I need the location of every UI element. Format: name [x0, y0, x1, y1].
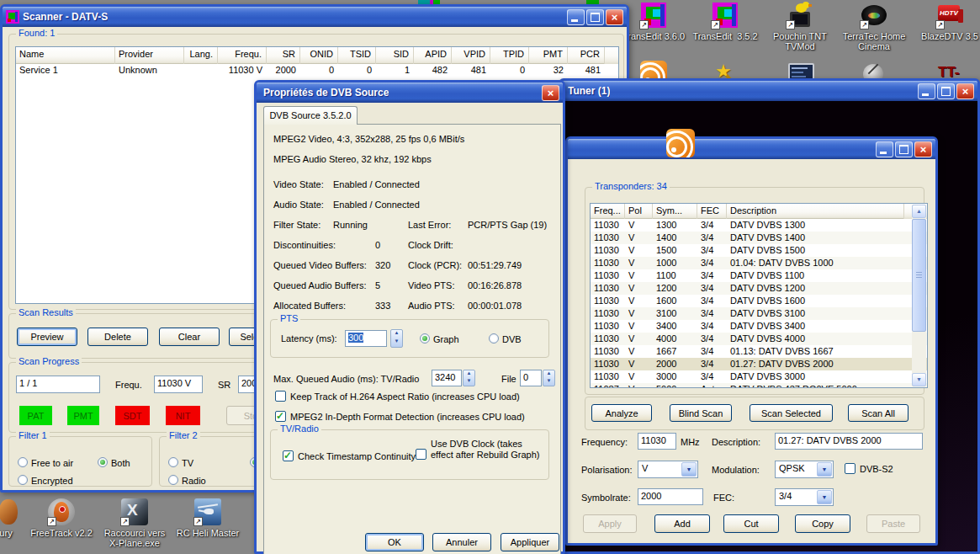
desktop-icon-blazedtv[interactable]: HDTV ↗ BlazeDTV 3.5 [914, 2, 980, 41]
scanner-column-header[interactable]: SR [267, 47, 300, 64]
close-button[interactable]: × [542, 85, 559, 101]
chevron-down-icon[interactable]: ▼ [817, 490, 832, 504]
tv-radio[interactable] [168, 457, 178, 467]
file-field[interactable]: 0 [520, 370, 542, 386]
desktop-icon-transedit-352[interactable]: ↗ TransEdit 3.5.2 [690, 2, 760, 41]
scanner-column-header[interactable]: TPID [490, 47, 529, 64]
chevron-down-icon[interactable]: ▼ [681, 462, 697, 477]
dialog-titlebar[interactable]: Propriétés de DVB Source × [257, 83, 563, 103]
encrypted-radio[interactable] [18, 475, 28, 485]
minimize-button[interactable] [918, 83, 935, 99]
scanner-column-header[interactable]: PMT [529, 47, 568, 64]
radio-radio[interactable] [168, 475, 178, 485]
scroll-up-button[interactable]: ▲ [912, 205, 926, 218]
desktop-icon-pouchin-tnt[interactable]: ↗ Pouchin TNT TVMod [765, 2, 835, 51]
close-button[interactable]: × [914, 141, 932, 157]
blind-scan-button[interactable]: Blind Scan [670, 404, 732, 422]
desktop-icon-xplane[interactable]: X ↗ Raccourci vers X-Plane.exe [99, 498, 170, 548]
file-spinner[interactable]: ▲▼ [543, 370, 555, 386]
scrollbar-thumb[interactable] [912, 219, 926, 332]
minimize-button[interactable] [876, 141, 893, 157]
transponder-row[interactable]: 11030V16673/401.13: DATV DVBS 1667 [591, 345, 927, 358]
add-button[interactable]: Add [654, 514, 710, 533]
frequ-field[interactable]: 11030 V [154, 376, 203, 393]
max-queued-audio-field[interactable]: 3240 [432, 370, 462, 386]
desktop-icon-terratec[interactable]: ↗ TerraTec Home Cinema [839, 2, 909, 51]
apply-button[interactable]: Appliquer [501, 533, 559, 551]
use-dvb-clock-checkbox[interactable] [416, 449, 426, 460]
scroll-down-button[interactable]: ▼ [912, 373, 926, 386]
maximize-button[interactable] [586, 9, 604, 25]
ok-button[interactable]: OK [365, 533, 424, 551]
both-radio[interactable] [98, 457, 108, 467]
scanner-column-header[interactable]: PCR [568, 47, 605, 64]
transponder-row[interactable]: 11030V40003/4DATV DVBS 4000 [591, 333, 927, 345]
transponder-column-header[interactable]: Freq... [591, 204, 625, 219]
h264-aspect-checkbox[interactable] [275, 391, 286, 402]
scanner-column-header[interactable]: ONID [300, 47, 338, 64]
scanner-column-header[interactable]: Frequ. [218, 47, 267, 64]
transponder-row[interactable]: 11030V20003/401.27: DATV DVBS 2000 [591, 358, 927, 370]
chevron-down-icon[interactable]: ▼ [817, 462, 832, 477]
dvbs2-checkbox[interactable] [845, 463, 856, 474]
transponder-row[interactable]: 11030V30003/4DATV DVBS 3000 [591, 370, 927, 383]
delete-button[interactable]: Delete [87, 328, 148, 346]
tuner-titlebar[interactable]: Tuner (1) × [561, 81, 977, 101]
transponder-row[interactable]: 11087V5000AutoDATV DVBS 437 DG0VE 5000 [591, 383, 927, 388]
desktop-icon-freetrack[interactable]: ↗ FreeTrack v2.2 [26, 498, 97, 538]
copy-button[interactable]: Copy [795, 514, 850, 533]
scanner-column-header[interactable]: Name [16, 47, 115, 64]
scanner-column-header[interactable]: TSID [338, 47, 376, 64]
fec-combo[interactable]: 3/4 ▼ [775, 488, 834, 506]
transponder-column-header[interactable]: Description [727, 204, 904, 219]
symbolrate-field[interactable]: 2000 [638, 488, 703, 505]
transponder-row[interactable]: 11030V13003/4DATV DVBS 1300 [591, 219, 927, 232]
modulation-combo[interactable]: QPSK ▼ [775, 461, 834, 478]
transponder-row[interactable]: 11030V12003/4DATV DVBS 1200 [591, 282, 927, 295]
clear-button[interactable]: Clear [159, 328, 220, 346]
scanner-column-header[interactable]: APID [414, 47, 452, 64]
timestamp-continuity-checkbox[interactable] [283, 450, 294, 461]
cut-button[interactable]: Cut [723, 514, 779, 533]
transponder-column-header[interactable]: Pol [625, 204, 653, 219]
scanner-column-header[interactable]: VPID [452, 47, 490, 64]
paste-button[interactable]: Paste [866, 514, 920, 533]
transponder-row[interactable]: 11030V31003/4DATV DVBS 3100 [591, 307, 927, 320]
transponder-list[interactable]: Freq...PolSym...FECDescription 11030V130… [590, 203, 928, 388]
tab-dvb-source[interactable]: DVB Source 3.5.2.0 [263, 106, 358, 125]
frequency-field[interactable]: 11030 [638, 433, 676, 450]
transponder-row[interactable]: 11030V34003/4DATV DVBS 3400 [591, 320, 927, 333]
latency-spinner[interactable]: ▲▼ [390, 329, 403, 348]
preview-button[interactable]: Preview [17, 328, 77, 346]
transponder-row[interactable]: 11030V15003/4DATV DVBS 1500 [591, 244, 927, 257]
scanner-column-header[interactable]: SID [376, 47, 414, 64]
maximize-button[interactable] [937, 83, 955, 99]
dvb-radio[interactable] [489, 333, 499, 344]
vertical-scrollbar[interactable]: ▲ ▼ [912, 205, 926, 386]
description-field[interactable]: 01.27: DATV DVBS 2000 [775, 433, 923, 450]
scan-selected-button[interactable]: Scan Selected [750, 404, 833, 422]
latency-field[interactable]: 300 [345, 330, 387, 347]
free-to-air-radio[interactable] [18, 457, 28, 467]
transponder-row[interactable]: 11030V14003/4DATV DVBS 1400 [591, 232, 927, 244]
service-row[interactable]: Service 1Unknown11030 V20000014824810324… [16, 64, 618, 79]
graph-radio[interactable] [420, 333, 430, 344]
scan-all-button[interactable]: Scan All [848, 404, 908, 422]
transedit-titlebar[interactable]: × [568, 139, 935, 159]
cancel-button[interactable]: Annuler [432, 533, 491, 551]
scanner-column-header[interactable]: Provider [115, 47, 184, 64]
close-button[interactable]: × [606, 9, 623, 25]
mpeg2-indepth-checkbox[interactable] [275, 411, 286, 422]
transponder-row[interactable]: 11030V10003/401.04: DATV DVBS 1000 [591, 257, 927, 269]
minimize-button[interactable] [567, 9, 585, 25]
apply-button[interactable]: Apply [583, 514, 637, 533]
scanner-titlebar[interactable]: Scanner - DATV-S × [3, 7, 627, 27]
transponder-row[interactable]: 11030V11003/4DATV DVBS 1100 [591, 269, 927, 282]
progress-field[interactable]: 1 / 1 [16, 376, 100, 393]
polarisation-combo[interactable]: V ▼ [638, 461, 698, 478]
transponder-column-header[interactable]: FEC [697, 204, 727, 219]
desktop-icon-rcheli[interactable]: ↗ RC Heli Master [172, 498, 243, 538]
transponder-column-header[interactable]: Sym... [653, 204, 697, 219]
transponder-row[interactable]: 11030V16003/4DATV DVBS 1600 [591, 295, 927, 307]
max-queued-spinner[interactable]: ▲▼ [463, 370, 475, 386]
